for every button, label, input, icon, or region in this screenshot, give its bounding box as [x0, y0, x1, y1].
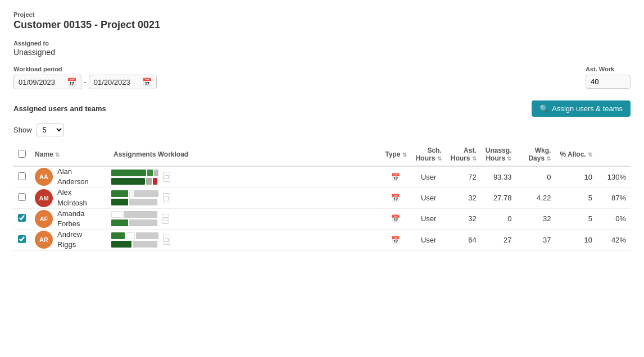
row-pct-alloc-cell: 87%	[597, 187, 631, 208]
user-avatar: AM	[35, 189, 53, 207]
col-ast-hours: Ast.Hours ⇅	[446, 143, 481, 166]
table-row: AA AlanAnderson □ 📅 User 72 93.33 0 10 1…	[13, 166, 631, 187]
row-checkbox[interactable]	[18, 172, 26, 180]
expand-icon[interactable]: □	[163, 172, 170, 182]
ast-work-input[interactable]	[586, 75, 631, 89]
show-label: Show	[13, 126, 32, 134]
row-workload-cell: □	[109, 208, 380, 229]
section-header: Assigned users and teams 🔍 Assign users …	[13, 100, 631, 117]
row-cal-cell[interactable]: 📅	[380, 230, 411, 250]
col-type: Type ⇅	[380, 143, 411, 166]
col-pct-alloc: % Alloc. ⇅	[555, 143, 597, 166]
expand-icon[interactable]: □	[162, 214, 169, 224]
row-workload-cell: □	[109, 230, 380, 250]
row-cal-cell[interactable]: 📅	[380, 187, 411, 208]
expand-icon[interactable]: □	[163, 193, 170, 203]
row-name-cell: AM AlexMcIntosh	[30, 187, 109, 208]
col-unassg-hours-sort-icon[interactable]: ⇅	[507, 155, 511, 162]
row-wkg-days-cell: 10	[555, 230, 597, 250]
row-checkbox[interactable]	[18, 235, 26, 243]
section-title: Assigned users and teams	[13, 104, 106, 113]
workload-period-group: Workload period 📅 - 📅	[13, 66, 157, 89]
assign-users-teams-button[interactable]: 🔍 Assign users & teams	[532, 100, 631, 117]
row-type-cell: User	[411, 230, 446, 250]
row-pct-alloc-cell: 130%	[597, 166, 631, 187]
row-name-cell: AA AlanAnderson	[30, 166, 109, 187]
col-wkg-days-sort-icon[interactable]: ⇅	[546, 155, 551, 162]
row-sch-hours-cell: 72	[446, 166, 481, 187]
col-checkbox	[13, 143, 30, 166]
project-title: Customer 00135 - Project 0021	[13, 19, 631, 31]
row-unassg-hours-cell: 37	[516, 230, 555, 250]
col-sch-hours: Sch.Hours ⇅	[411, 143, 446, 166]
col-type-sort-icon[interactable]: ⇅	[402, 152, 407, 158]
assign-btn-label: Assign users & teams	[552, 104, 623, 113]
row-sch-hours-cell: 64	[446, 230, 481, 250]
row-cal-cell[interactable]: 📅	[380, 208, 411, 229]
row-unassg-hours-cell: 32	[516, 208, 555, 229]
row-ast-hours-cell: 93.33	[481, 166, 516, 187]
row-type-cell: User	[411, 187, 446, 208]
col-name: Name ⇅	[30, 143, 109, 166]
search-icon: 🔍	[539, 104, 548, 113]
col-sch-hours-sort-icon[interactable]: ⇅	[437, 155, 442, 162]
col-ast-hours-sort-icon[interactable]: ⇅	[472, 155, 477, 162]
assigned-value: Unassigned	[13, 48, 631, 57]
row-checkbox[interactable]	[18, 214, 26, 222]
date-separator: -	[84, 77, 87, 86]
row-unassg-hours-cell: 0	[516, 166, 555, 187]
expand-icon[interactable]: □	[163, 235, 170, 245]
row-sch-hours-cell: 32	[446, 187, 481, 208]
user-avatar: AR	[35, 231, 53, 249]
select-all-checkbox[interactable]	[18, 150, 26, 158]
project-label: Project	[13, 11, 631, 18]
col-name-sort-icon[interactable]: ⇅	[55, 152, 60, 158]
row-cal-cell[interactable]: 📅	[380, 166, 411, 187]
assigned-label: Assigned to	[13, 40, 631, 47]
col-name-label: Name	[35, 150, 53, 158]
user-avatar: AA	[35, 168, 53, 186]
user-name: AndrewRiggs	[57, 230, 82, 250]
main-container: Project Customer 00135 - Project 0021 As…	[0, 0, 644, 357]
row-type-cell: User	[411, 208, 446, 229]
row-checkbox[interactable]	[18, 193, 26, 201]
row-checkbox-cell	[13, 208, 30, 229]
row-checkbox-cell	[13, 166, 30, 187]
row-name-cell: AF AmandaForbes	[30, 208, 109, 229]
col-unassg-hours: Unassg.Hours ⇅	[481, 143, 516, 166]
table-row: AF AmandaForbes □ 📅 User 32 0 32 5 0%	[13, 208, 631, 229]
table-row: AM AlexMcIntosh □ 📅 User 32 27.78 4.22 5…	[13, 187, 631, 208]
row-ast-hours-cell: 27.78	[481, 187, 516, 208]
col-pct-alloc-sort-icon[interactable]: ⇅	[588, 152, 592, 158]
start-calendar-icon[interactable]: 📅	[67, 77, 76, 86]
start-date-wrapper: 📅	[13, 75, 81, 89]
col-wkg-days: Wkg.Days ⇅	[516, 143, 555, 166]
col-workload-label: Assignments Workload	[114, 150, 188, 158]
row-unassg-hours-cell: 4.22	[516, 187, 555, 208]
row-workload-cell: □	[109, 187, 380, 208]
row-pct-alloc-cell: 42%	[597, 230, 631, 250]
end-calendar-icon[interactable]: 📅	[142, 77, 152, 86]
start-date-input[interactable]	[19, 78, 64, 86]
col-type-label: Type	[385, 150, 400, 158]
users-table: Name ⇅ Assignments Workload Type ⇅ Sch.H…	[13, 143, 631, 251]
col-pct-alloc-label: % Alloc.	[560, 150, 586, 158]
user-avatar: AF	[35, 210, 53, 228]
row-ast-hours-cell: 0	[481, 208, 516, 229]
table-row: AR AndrewRiggs □ 📅 User 64 27 37 10 42%	[13, 230, 631, 250]
end-date-wrapper: 📅	[89, 75, 157, 89]
user-name: AlanAnderson	[57, 167, 89, 187]
row-wkg-days-cell: 10	[555, 166, 597, 187]
show-row: Show 5 10 25	[13, 123, 631, 136]
row-sch-hours-cell: 32	[446, 208, 481, 229]
end-date-input[interactable]	[94, 78, 139, 86]
row-wkg-days-cell: 5	[555, 187, 597, 208]
show-select[interactable]: 5 10 25	[37, 123, 64, 136]
row-ast-hours-cell: 27	[481, 230, 516, 250]
row-checkbox-cell	[13, 230, 30, 250]
row-checkbox-cell	[13, 187, 30, 208]
date-inputs: 📅 - 📅	[13, 75, 157, 89]
row-workload-cell: □	[109, 166, 380, 187]
row-name-cell: AR AndrewRiggs	[30, 230, 109, 250]
ast-work-group: Ast. Work	[586, 66, 631, 89]
